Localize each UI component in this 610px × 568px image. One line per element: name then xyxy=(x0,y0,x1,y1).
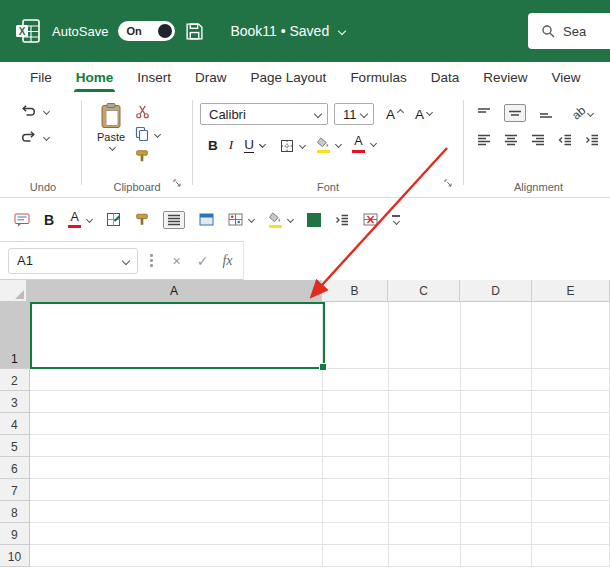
formula-input[interactable] xyxy=(243,241,610,280)
increase-indent-button[interactable] xyxy=(335,214,349,226)
cell-D10[interactable] xyxy=(461,545,533,567)
cell-C8[interactable] xyxy=(389,501,461,523)
column-header-C[interactable]: C xyxy=(388,280,460,302)
save-icon[interactable] xyxy=(185,22,204,41)
row-header-6[interactable]: 6 xyxy=(0,457,30,479)
cell-B8[interactable] xyxy=(323,501,389,523)
new-comment-button[interactable] xyxy=(14,213,30,227)
cell-style-green-button[interactable] xyxy=(307,213,321,227)
tab-view[interactable]: View xyxy=(539,62,592,92)
cell-D6[interactable] xyxy=(461,457,533,479)
cell-D3[interactable] xyxy=(461,391,533,413)
cell-C9[interactable] xyxy=(389,523,461,545)
insert-function-button[interactable]: fx xyxy=(222,253,232,269)
cell-A7[interactable] xyxy=(30,479,324,501)
cell-C4[interactable] xyxy=(389,413,461,435)
cell-C6[interactable] xyxy=(389,457,461,479)
column-header-B[interactable]: B xyxy=(322,280,388,302)
cell-C1[interactable] xyxy=(389,302,461,369)
cell-A8[interactable] xyxy=(30,501,324,523)
increase-indent-button[interactable] xyxy=(585,134,599,146)
row-header-3[interactable]: 3 xyxy=(0,391,30,413)
insert-object-button[interactable] xyxy=(199,213,214,226)
borders-button[interactable] xyxy=(280,139,305,153)
format-painter-button[interactable] xyxy=(135,212,149,227)
name-box[interactable]: A1 xyxy=(8,248,138,274)
cell-E7[interactable] xyxy=(532,479,610,501)
cell-B3[interactable] xyxy=(323,391,389,413)
cell-A9[interactable] xyxy=(30,523,324,545)
italic-button[interactable]: I xyxy=(229,137,234,153)
cell-E9[interactable] xyxy=(532,523,610,545)
excel-logo-icon[interactable]: X xyxy=(14,17,42,45)
orientation-button[interactable]: ab xyxy=(572,106,593,120)
row-header-2[interactable]: 2 xyxy=(0,369,30,391)
cell-A6[interactable] xyxy=(30,457,324,479)
decrease-font-button[interactable]: A xyxy=(415,107,432,122)
cell-C5[interactable] xyxy=(389,435,461,457)
cancel-button[interactable]: × xyxy=(173,253,181,269)
cell-B4[interactable] xyxy=(323,413,389,435)
font-dialog-launcher[interactable] xyxy=(444,174,453,192)
format-painter-button[interactable] xyxy=(135,149,160,163)
search-box[interactable]: Sea xyxy=(528,13,610,49)
cell-C10[interactable] xyxy=(389,545,461,567)
document-title[interactable]: Book11 • Saved xyxy=(230,23,345,39)
bold-button[interactable]: B xyxy=(44,212,54,228)
align-left-button[interactable] xyxy=(477,134,491,146)
cell-D9[interactable] xyxy=(461,523,533,545)
cell-E8[interactable] xyxy=(532,501,610,523)
row-header-8[interactable]: 8 xyxy=(0,501,30,523)
clipboard-dialog-launcher[interactable] xyxy=(173,174,182,192)
row-header-4[interactable]: 4 xyxy=(0,413,30,435)
toolbar-overflow-button[interactable] xyxy=(392,215,400,224)
row-header-7[interactable]: 7 xyxy=(0,479,30,501)
cell-A3[interactable] xyxy=(30,391,324,413)
cell-B6[interactable] xyxy=(323,457,389,479)
tab-formulas[interactable]: Formulas xyxy=(338,62,418,92)
conditional-formatting-button[interactable] xyxy=(228,213,254,226)
row-header-9[interactable]: 9 xyxy=(0,523,30,545)
cell-B10[interactable] xyxy=(323,545,389,567)
column-header-E[interactable]: E xyxy=(532,280,610,302)
column-header-D[interactable]: D xyxy=(460,280,532,302)
copy-button[interactable] xyxy=(135,126,160,142)
increase-font-button[interactable]: A xyxy=(386,107,403,122)
cell-B9[interactable] xyxy=(323,523,389,545)
tab-home[interactable]: Home xyxy=(64,62,126,92)
tab-data[interactable]: Data xyxy=(419,62,472,92)
align-right-button[interactable] xyxy=(531,134,545,146)
align-bottom-button[interactable] xyxy=(539,107,553,119)
cut-button[interactable] xyxy=(135,104,160,119)
align-justify-button[interactable] xyxy=(163,211,185,229)
align-top-button[interactable] xyxy=(477,107,491,119)
cell-A1[interactable] xyxy=(30,302,324,369)
bold-button[interactable]: B xyxy=(208,138,218,153)
align-center-button[interactable] xyxy=(504,134,518,146)
tab-insert[interactable]: Insert xyxy=(125,62,183,92)
cell-B2[interactable] xyxy=(323,369,389,391)
select-all-button[interactable] xyxy=(0,280,27,302)
font-color-button[interactable]: A xyxy=(352,135,376,153)
row-header-5[interactable]: 5 xyxy=(0,435,30,457)
cell-E2[interactable] xyxy=(532,369,610,391)
row-header-1[interactable]: 1 xyxy=(0,302,30,369)
cell-E1[interactable] xyxy=(532,302,610,369)
cell-C2[interactable] xyxy=(389,369,461,391)
cell-D1[interactable] xyxy=(461,302,533,369)
cell-D7[interactable] xyxy=(461,479,533,501)
enter-button[interactable]: ✓ xyxy=(197,253,209,269)
cell-E5[interactable] xyxy=(532,435,610,457)
cell-B7[interactable] xyxy=(323,479,389,501)
cell-A5[interactable] xyxy=(30,435,324,457)
cell-B1[interactable] xyxy=(323,302,389,369)
tab-file[interactable]: File xyxy=(18,62,64,92)
fill-color-button[interactable] xyxy=(316,137,341,153)
tab-review[interactable]: Review xyxy=(471,62,539,92)
draw-border-button[interactable] xyxy=(106,212,121,227)
cell-A2[interactable] xyxy=(30,369,324,391)
paste-button[interactable]: Paste xyxy=(89,102,133,163)
font-color-button[interactable]: A xyxy=(68,211,92,229)
cell-E10[interactable] xyxy=(532,545,610,567)
cell-E6[interactable] xyxy=(532,457,610,479)
